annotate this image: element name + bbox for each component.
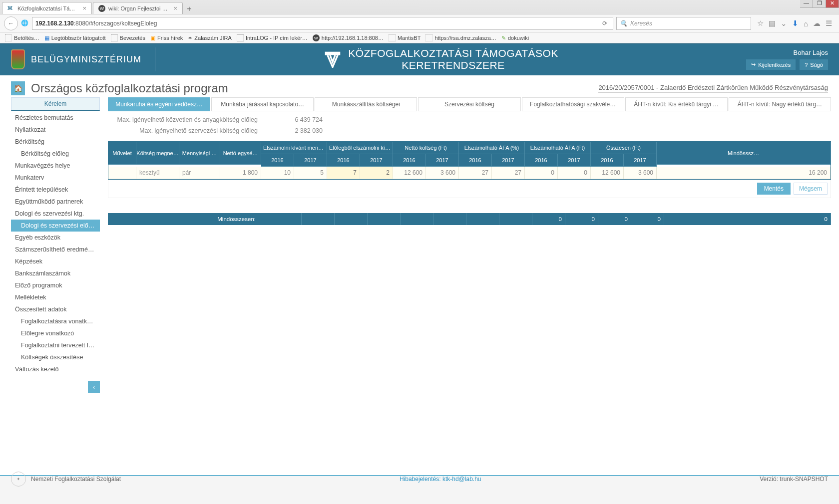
sidebar-item[interactable]: Képzések [11, 255, 100, 267]
window-maximize-button[interactable]: ❐ [813, 0, 826, 8]
new-tab-button[interactable]: + [184, 4, 195, 14]
search-placeholder: Keresés [630, 20, 652, 27]
downloads-icon[interactable]: ⬇ [792, 19, 799, 28]
bookmark-item[interactable]: ✎dokuwiki [501, 35, 529, 41]
totals-cell [499, 213, 532, 225]
cell-qty-2017: 5 [294, 167, 327, 179]
cancel-button[interactable]: Mégsem [794, 183, 828, 195]
address-bar[interactable]: 192.168.2.130:8080/#!orszagos/koltsegElo… [32, 17, 613, 30]
reload-icon[interactable]: ⟳ [600, 20, 610, 27]
bookmark-icon: ▦ [44, 35, 49, 41]
reader-icon[interactable]: ▤ [769, 19, 776, 28]
pocket-icon[interactable]: ⌄ [781, 19, 787, 28]
sub-tab[interactable]: Szervezési költség [418, 97, 520, 111]
totals-row: Mindösszesen: 00000 [108, 213, 831, 225]
sidebar-item[interactable]: Foglalkoztatni tervezett lét… [11, 339, 100, 351]
app-header: BELÜGYMINISZTÉRIUM KÖZFOGLALKOZTATÁSI TÁ… [0, 43, 839, 75]
col-grand-total: Mindösssz… [657, 142, 831, 165]
bookmark-item[interactable]: Bevezetés [111, 34, 145, 41]
menu-icon[interactable]: ☰ [826, 19, 832, 28]
home-button[interactable]: 🏠 [11, 81, 25, 95]
sidebar-item[interactable]: Nyilatkozat [11, 124, 100, 136]
sub-tab[interactable]: Foglalkoztathatósági szakvéle… [522, 97, 624, 111]
sidebar-item[interactable]: Együttműködő partnerek [11, 196, 100, 208]
sidebar-item[interactable]: Részletes bemutatás [11, 112, 100, 124]
sidebar-item[interactable]: Előző programok [11, 279, 100, 291]
bookmark-item[interactable]: IntraLOG - IP cím lekér… [237, 34, 308, 41]
sidebar-menu: Részletes bemutatásNyilatkozatBérköltség… [3, 112, 100, 375]
cost-grid: Művelet Költség megne… Mennyiségi … Nett… [108, 141, 831, 180]
bookmark-item[interactable]: https://rsa.dmz.zalasza… [425, 34, 496, 41]
search-icon: 🔍 [620, 20, 627, 27]
col-group: Elszámolható ÁFA (%) [459, 142, 525, 154]
browser-chrome: Ж Közfoglalkoztatási Támog… × W wiki: Or… [0, 0, 839, 43]
window-close-button[interactable]: ✕ [826, 0, 839, 8]
bookmark-icon [425, 34, 432, 41]
cell-grand-total: 16 200 [657, 167, 831, 179]
home-icon: 🏠 [14, 84, 22, 92]
url-port: :8080 [74, 20, 89, 27]
sync-icon[interactable]: ☁ [813, 19, 821, 28]
sub-tab[interactable]: Munkásszállítás költségei [315, 97, 417, 111]
cell-advance-2017[interactable]: 2 [360, 167, 393, 179]
browser-tab-0[interactable]: Ж Közfoglalkoztatási Támog… × [2, 2, 92, 14]
browser-tab-1[interactable]: W wiki: Organ Fejlesztoi Szer… × [93, 2, 183, 14]
tab-close-icon[interactable]: × [82, 4, 86, 12]
row-operation-cell[interactable] [108, 167, 136, 179]
url-path: /#!orszagos/koltsegEloleg [89, 20, 157, 27]
sub-tab[interactable]: Munkaruha és egyéni védőesz… [108, 97, 210, 111]
tab-close-icon[interactable]: × [173, 4, 177, 12]
home-icon[interactable]: ⌂ [804, 19, 808, 28]
sidebar-item[interactable]: Változás kezelő [11, 363, 100, 375]
window-minimize-button[interactable]: — [800, 0, 813, 8]
sidebar-item[interactable]: Munkaterv [11, 172, 100, 184]
totals-cell: 0 [598, 213, 631, 225]
logout-button[interactable]: ↪Kijelentkezés [746, 59, 796, 70]
totals-cell: 0 [532, 213, 565, 225]
sidebar-item[interactable]: Érintett települések [11, 184, 100, 196]
sidebar-item[interactable]: Bérköltség [11, 136, 100, 148]
sidebar-item[interactable]: Munkavégzés helye [11, 160, 100, 172]
bookmark-item[interactable]: ▣Friss hírek [150, 35, 183, 41]
totals-cell [401, 213, 433, 225]
sub-tab[interactable]: Munkába járással kapcsolato… [211, 97, 314, 111]
cell-advance-2016[interactable]: 7 [327, 167, 360, 179]
sidebar-item[interactable]: Költségek összesítése [11, 351, 100, 363]
sidebar-item[interactable]: Dologi és szervezési előleg [11, 220, 100, 232]
sub-tab[interactable]: ÁHT-n kívül: Kis értékű tárgyi … [625, 97, 728, 111]
sidebar-item[interactable]: Bankszámlaszámok [11, 267, 100, 279]
bookmark-item[interactable]: ▦Legtöbbször látogatott [44, 35, 106, 41]
favicon-wiki-icon: W [98, 5, 105, 12]
favicon-icon: W [313, 34, 320, 41]
sidebar-item[interactable]: Számszerűsíthető eredmény… [11, 244, 100, 255]
col-operation: Művelet [108, 142, 136, 165]
cell-vatft-2017: 0 [558, 167, 591, 179]
bookmark-item[interactable]: Betöltés… [5, 34, 39, 41]
bookmark-item[interactable]: Whttp://192.168.1.18:808… [313, 34, 384, 41]
help-button[interactable]: ?Súgó [800, 59, 828, 70]
sidebar-item[interactable]: Összesített adatok [11, 303, 100, 315]
sidebar-item[interactable]: Foglalkoztatásra vonatkozó [11, 315, 100, 327]
bookmark-item[interactable]: MantisBT [389, 34, 420, 41]
save-button[interactable]: Mentés [757, 183, 791, 195]
sub-tab[interactable]: ÁHT-n kívül: Nagy értékű tárg… [729, 97, 831, 111]
sidebar-collapse-button[interactable]: ‹ [88, 381, 100, 393]
browser-back-button[interactable]: ← [4, 16, 18, 30]
totals-label: Mindösszesen: [108, 213, 261, 225]
sidebar-item[interactable]: Bérköltség előleg [11, 148, 100, 160]
bookmark-item[interactable]: ✶Zalaszám JIRA [188, 35, 232, 41]
sidebar-item[interactable]: Dologi és szervezési ktg. [11, 208, 100, 220]
col-year: 2017 [294, 154, 327, 167]
sidebar-item[interactable]: Mellékletek [11, 291, 100, 303]
totals-cell [466, 213, 499, 225]
col-year: 2017 [360, 154, 393, 167]
bookmark-star-icon[interactable]: ☆ [757, 19, 764, 28]
col-cost-name: Költség megne… [136, 142, 179, 165]
sidebar-item[interactable]: Egyéb eszközök [11, 232, 100, 244]
browser-tab-title: wiki: Organ Fejlesztoi Szer… [108, 5, 170, 11]
browser-search-box[interactable]: 🔍 Keresés [616, 17, 751, 30]
globe-icon: 🌐 [21, 19, 29, 27]
sidebar-tab[interactable]: Kérelem [11, 97, 100, 111]
sidebar-item[interactable]: Előlegre vonatkozó [11, 327, 100, 339]
dokuwiki-icon: ✎ [501, 35, 506, 41]
